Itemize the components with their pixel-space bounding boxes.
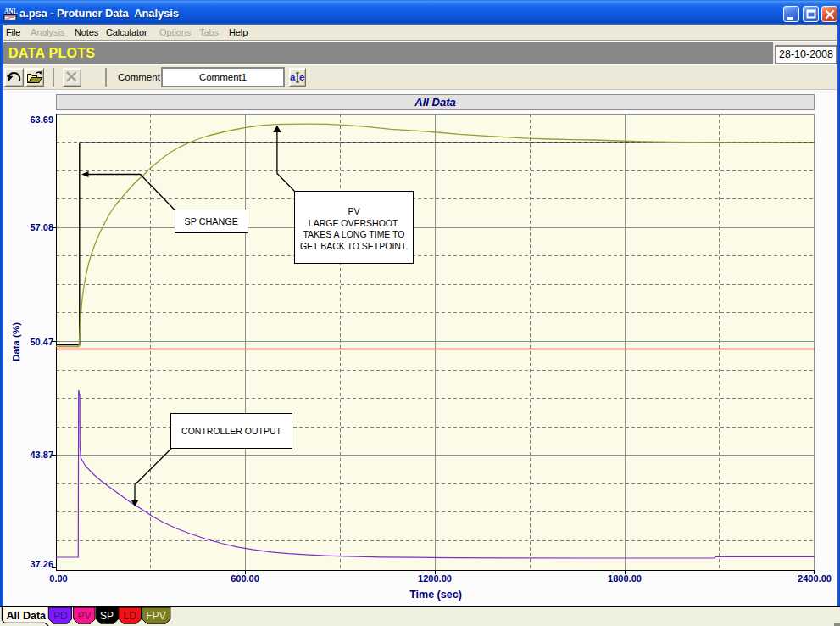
svg-text:PV: PV (78, 610, 92, 622)
svg-text:PD: PD (53, 610, 68, 622)
svg-text:All Data: All Data (7, 610, 47, 622)
svg-text:LD: LD (124, 610, 137, 622)
svg-text:SP: SP (100, 610, 114, 622)
svg-text:FPV: FPV (147, 610, 166, 622)
